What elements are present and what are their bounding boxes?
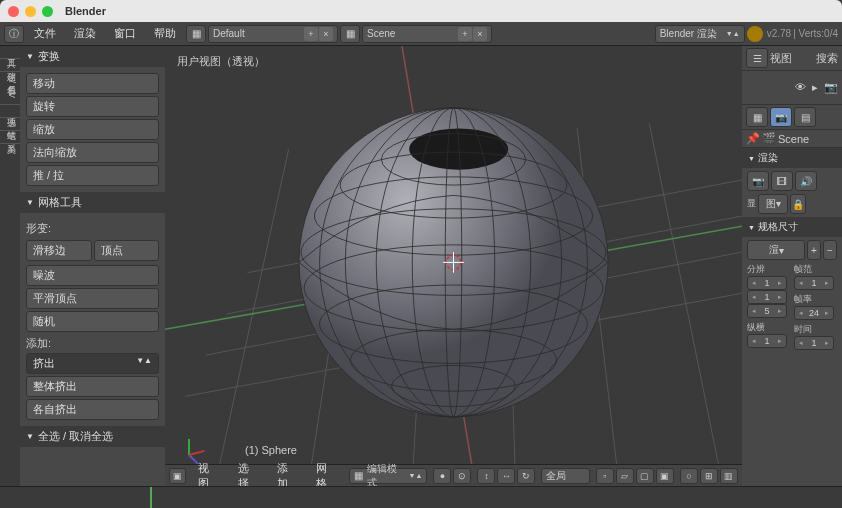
vp-menu-add[interactable]: 添加: [271, 461, 304, 487]
visibility-icon[interactable]: 👁: [795, 81, 806, 94]
properties-editor-icon[interactable]: ▦: [746, 107, 768, 127]
render-still-button[interactable]: 📷: [747, 171, 769, 191]
randomize-button[interactable]: 随机: [26, 311, 159, 332]
snap-icon[interactable]: ⊞: [700, 468, 718, 484]
renderable-icon[interactable]: 📷: [824, 81, 838, 94]
lock-interface-icon[interactable]: 🔒: [790, 194, 806, 214]
mesh-tools-header[interactable]: 网格工具: [20, 192, 165, 213]
time-remap-label: 时间: [794, 323, 837, 336]
outliner-editor-icon[interactable]: ☰: [746, 48, 768, 68]
layers-icon[interactable]: ▥: [720, 468, 738, 484]
frame-range-label: 帧范: [794, 263, 837, 276]
manipulator-rotate-icon[interactable]: ↻: [517, 468, 535, 484]
scale-button[interactable]: 缩放: [26, 119, 159, 140]
pin-icon[interactable]: 📌: [746, 132, 760, 145]
close-window-button[interactable]: [8, 6, 19, 17]
manipulator-icon[interactable]: ↕: [477, 468, 495, 484]
vp-menu-select[interactable]: 选择: [232, 461, 265, 487]
menu-window[interactable]: 窗口: [106, 22, 144, 45]
fps-field[interactable]: ◂24▸: [794, 306, 834, 320]
menu-render[interactable]: 渲染: [66, 22, 104, 45]
tab-shading-uv[interactable]: 着色 / UV: [0, 72, 20, 105]
resolution-y-field[interactable]: ◂1▸: [747, 290, 787, 304]
preset-add-button[interactable]: +: [807, 240, 821, 260]
preset-remove-button[interactable]: −: [823, 240, 837, 260]
layout-browse-icon[interactable]: ▦: [186, 25, 206, 43]
rotate-button[interactable]: 旋转: [26, 96, 159, 117]
vertex-select-icon[interactable]: ▫: [596, 468, 614, 484]
mode-dropdown[interactable]: ▦ 编辑模式 ▼▲: [349, 468, 427, 484]
proportional-edit-icon[interactable]: ○: [680, 468, 698, 484]
screen-layout-dropdown[interactable]: Default + ×: [208, 25, 338, 43]
main-area: 工具 创建 着色 / UV 选项 蜡笔 关系 变换 移动 旋转 缩放 法向缩放 …: [0, 46, 842, 486]
active-object-label: (1) Sphere: [245, 444, 297, 456]
resolution-x-field[interactable]: ◂1▸: [747, 276, 787, 290]
normal-scale-button[interactable]: 法向缩放: [26, 142, 159, 163]
manipulator-translate-icon[interactable]: ↔: [497, 468, 515, 484]
pivot-point-icon[interactable]: ⊙: [453, 468, 471, 484]
select-all-header[interactable]: 全选 / 取消全选: [20, 426, 165, 447]
3d-viewport[interactable]: 用户视图（透视）: [165, 46, 742, 486]
display-mode-dropdown[interactable]: 图▾: [758, 194, 788, 214]
svg-line-9: [649, 123, 721, 478]
shading-mode-icon[interactable]: ●: [433, 468, 451, 484]
layout-remove-button[interactable]: ×: [319, 27, 333, 41]
edge-select-icon[interactable]: ▱: [616, 468, 634, 484]
menu-file[interactable]: 文件: [26, 22, 64, 45]
render-layers-tab-icon[interactable]: ▤: [794, 107, 816, 127]
frame-start-field[interactable]: ◂1▸: [794, 276, 834, 290]
menu-help[interactable]: 帮助: [146, 22, 184, 45]
maximize-window-button[interactable]: [42, 6, 53, 17]
extrude-button[interactable]: 挤出 ▼▲: [26, 353, 159, 374]
vp-menu-mesh[interactable]: 网格: [310, 461, 343, 487]
noise-button[interactable]: 噪波: [26, 265, 159, 286]
timeline[interactable]: [0, 486, 842, 508]
minimize-window-button[interactable]: [25, 6, 36, 17]
play-audio-button[interactable]: 🔊: [795, 171, 817, 191]
extrude-individual-button[interactable]: 各自挤出: [26, 399, 159, 420]
scene-add-button[interactable]: +: [458, 27, 472, 41]
outliner-search[interactable]: 搜索: [816, 51, 838, 66]
axis-gizmo: [185, 430, 215, 460]
limit-selection-icon[interactable]: ▣: [656, 468, 674, 484]
transform-panel-header[interactable]: 变换: [20, 46, 165, 67]
deform-label: 形变:: [26, 221, 159, 236]
render-animation-button[interactable]: 🎞: [771, 171, 793, 191]
layout-add-button[interactable]: +: [304, 27, 318, 41]
render-tab-icon[interactable]: 📷: [770, 107, 792, 127]
scene-dropdown[interactable]: Scene + ×: [362, 25, 492, 43]
render-panel-header[interactable]: 渲染: [742, 148, 842, 168]
scene-breadcrumb[interactable]: Scene: [778, 133, 809, 145]
timeline-cursor[interactable]: [150, 487, 152, 508]
scene-icon: 🎬: [762, 132, 776, 145]
tab-options[interactable]: 选项: [0, 105, 20, 118]
resolution-label: 分辨: [747, 263, 790, 276]
dimensions-panel-header[interactable]: 规格尺寸: [742, 217, 842, 237]
tab-tools[interactable]: 工具: [0, 46, 20, 59]
tab-greasepencil[interactable]: 蜡笔: [0, 118, 20, 131]
scene-browse-icon[interactable]: ▦: [340, 25, 360, 43]
vertex-slide-button[interactable]: 顶点: [94, 240, 160, 261]
resolution-pct-field[interactable]: ◂5▸: [747, 304, 787, 318]
selectable-icon[interactable]: ▸: [812, 81, 818, 94]
engine-name: Blender 渲染: [660, 27, 717, 41]
push-pull-button[interactable]: 推 / 拉: [26, 165, 159, 186]
aspect-x-field[interactable]: ◂1▸: [747, 334, 787, 348]
vp-menu-view[interactable]: 视图: [192, 461, 225, 487]
translate-button[interactable]: 移动: [26, 73, 159, 94]
render-preset-dropdown[interactable]: 渲▾: [747, 240, 805, 260]
tab-create[interactable]: 创建: [0, 59, 20, 72]
blender-logo-icon: [747, 26, 763, 42]
face-select-icon[interactable]: ▢: [636, 468, 654, 484]
editor-type-icon[interactable]: ⓘ: [4, 25, 24, 43]
tool-shelf: 变换 移动 旋转 缩放 法向缩放 推 / 拉 网格工具 形变: 滑移边 顶点 噪…: [20, 46, 165, 486]
edge-slide-button[interactable]: 滑移边: [26, 240, 92, 261]
editor-type-3dview-icon[interactable]: ▣: [169, 468, 186, 484]
render-engine-dropdown[interactable]: Blender 渲染 ▼▲: [655, 25, 745, 43]
extrude-region-button[interactable]: 整体挤出: [26, 376, 159, 397]
frame-end-field[interactable]: ◂1▸: [794, 336, 834, 350]
scene-remove-button[interactable]: ×: [473, 27, 487, 41]
tab-relations[interactable]: 关系: [0, 131, 20, 144]
smooth-vertex-button[interactable]: 平滑顶点: [26, 288, 159, 309]
orientation-dropdown[interactable]: 全局: [541, 468, 590, 484]
